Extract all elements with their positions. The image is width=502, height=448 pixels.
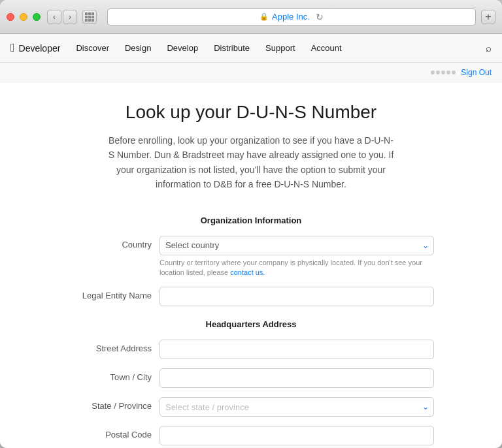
nav-discover[interactable]: Discover [76,43,109,53]
state-field: Select state / province ⌄ [159,397,434,417]
brand-label[interactable]: Developer [19,43,61,54]
browser-window: ‹ › 🔒 Apple Inc. ↻ +  Developer Discove… [0,0,502,448]
reload-button[interactable]: ↻ [316,12,324,22]
postal-input[interactable] [159,426,434,445]
nav-bar:  Developer Discover Design Develop Dist… [0,34,502,63]
top-bar: Sign Out [0,63,502,82]
new-tab-button[interactable]: + [481,10,495,24]
street-row: Street Address [68,340,434,359]
city-input[interactable] [159,368,434,388]
apple-logo-icon:  [10,41,15,55]
main-content: Look up your D-U-N-S Number Before enrol… [0,82,502,448]
lock-icon: 🔒 [259,12,269,21]
street-label: Street Address [68,340,159,353]
street-input[interactable] [159,340,434,359]
nav-buttons: ‹ › [47,10,77,24]
state-row: State / Province Select state / province… [68,397,434,417]
legal-entity-input[interactable] [159,287,434,306]
hq-section-header: Headquarters Address [68,319,434,329]
sign-out-button[interactable]: Sign Out [461,68,492,77]
titlebar: ‹ › 🔒 Apple Inc. ↻ + [0,0,502,34]
city-field [159,368,434,388]
page-title: Look up your D-U-N-S Number [13,102,489,123]
country-label: Country [68,236,159,249]
postal-label: Postal Code [68,426,159,440]
url-display: Apple Inc. [272,12,310,22]
legal-entity-row: Legal Entity Name [68,287,434,306]
close-button[interactable] [7,13,14,21]
page-description: Before enrolling, look up your organizat… [107,133,395,192]
address-bar[interactable]: 🔒 Apple Inc. ↻ [107,8,476,25]
nav-distribute[interactable]: Distribute [214,43,250,53]
state-label: State / Province [68,397,159,411]
postal-field [159,426,434,445]
back-button[interactable]: ‹ [47,10,61,24]
country-select-wrapper: Select country ⌄ [159,236,434,255]
grid-icon [85,12,94,22]
search-icon[interactable]: ⌕ [486,42,492,54]
user-avatar [431,71,456,74]
street-field [159,340,434,359]
nav-account[interactable]: Account [311,43,342,53]
tab-grid-button[interactable] [82,10,97,24]
country-select[interactable]: Select country [159,236,434,255]
postal-row: Postal Code [68,426,434,445]
nav-links: Discover Design Develop Distribute Suppo… [76,43,486,53]
nav-develop[interactable]: Develop [167,43,198,53]
contact-us-link[interactable]: contact us. [230,268,265,276]
forward-button[interactable]: › [63,10,77,24]
hq-section: Headquarters Address [68,319,434,329]
state-select-wrapper: Select state / province ⌄ [159,397,434,417]
nav-support[interactable]: Support [265,43,295,53]
legal-entity-label: Legal Entity Name [68,287,159,300]
country-hint: Country or territory where your company … [159,258,434,278]
minimize-button[interactable] [20,13,27,21]
org-section-header: Organization Information [68,216,434,225]
brand:  Developer [10,41,60,55]
state-select[interactable]: Select state / province [159,397,434,417]
city-row: Town / City [68,368,434,388]
traffic-lights [7,13,41,21]
fullscreen-button[interactable] [33,13,41,21]
form-section: Organization Information Country Select … [68,216,434,448]
legal-entity-field [159,287,434,306]
city-label: Town / City [68,368,159,382]
country-row: Country Select country ⌄ Country or terr… [68,236,434,278]
nav-design[interactable]: Design [125,43,151,53]
country-field: Select country ⌄ Country or territory wh… [159,236,434,278]
